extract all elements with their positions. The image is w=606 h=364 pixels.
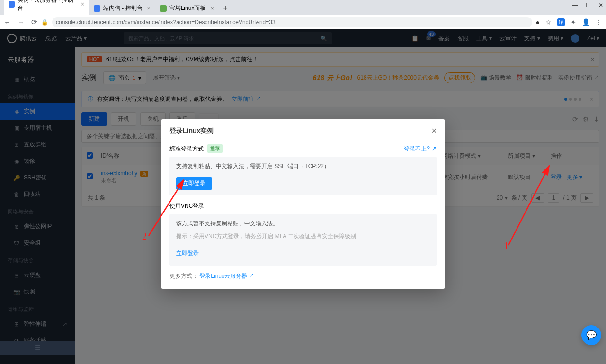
- menu-icon[interactable]: ⋮: [596, 18, 602, 26]
- more-methods-label: 更多方式：: [169, 273, 198, 279]
- std-login-title: 标准登录方式: [169, 145, 204, 153]
- modal-title: 登录Linux实例: [169, 127, 214, 135]
- annotation-label-1: 1: [504, 240, 508, 251]
- recommended-tag: 推荐: [207, 144, 223, 153]
- login-help-link[interactable]: 登录不上? ↗: [404, 145, 437, 153]
- back-icon[interactable]: ←: [4, 18, 11, 26]
- new-tab-button[interactable]: +: [218, 1, 232, 15]
- std-login-desc: 支持复制粘贴、中文输入法，需要开启 SSH 端口（TCP:22）: [176, 162, 430, 170]
- annotation-label-2: 2: [142, 231, 147, 242]
- extensions-icon[interactable]: ✦: [570, 18, 576, 26]
- profile-icon[interactable]: 👤: [582, 18, 590, 26]
- window-minimize-icon[interactable]: —: [572, 2, 578, 9]
- browser-tab-strip: 实例 - 云服务器 - 控制台 × 站内信 - 控制台 × 宝塔Linux面板 …: [0, 0, 606, 15]
- tab-title: 站内信 - 控制台: [103, 4, 143, 12]
- vnc-login-button[interactable]: 立即登录: [176, 247, 205, 260]
- browser-tab-2[interactable]: 站内信 - 控制台 ×: [89, 1, 155, 15]
- address-bar: ← → ⟳ 🔒 ● ☆ 译 ✦ 👤 ⋮: [0, 15, 606, 29]
- bt-favicon: [160, 5, 167, 12]
- translate-icon[interactable]: 译: [557, 18, 565, 26]
- login-linux-modal: 登录Linux实例 × 标准登录方式 推荐 登录不上? ↗ 支持复制粘贴、中文输…: [161, 119, 445, 289]
- close-icon[interactable]: ×: [147, 5, 151, 12]
- lock-icon[interactable]: 🔒: [41, 19, 48, 26]
- login-now-button[interactable]: 立即登录: [176, 177, 212, 190]
- star-icon[interactable]: ☆: [545, 18, 552, 26]
- vnc-login-desc: 该方式暂不支持复制粘贴、中文输入法。: [176, 220, 430, 228]
- tab-title: 实例 - 云服务器 - 控制台: [18, 0, 76, 12]
- vnc-login-tip: 提示：采用VNC方式登录，请务必开启 MFA 二次验证提高安全保障级别: [176, 232, 430, 240]
- cloud-favicon: [9, 1, 15, 8]
- url-input[interactable]: [52, 17, 532, 27]
- more-methods-link[interactable]: 登录Linux云服务器 ↗: [199, 273, 254, 279]
- close-icon[interactable]: ×: [210, 5, 214, 12]
- browser-tab-3[interactable]: 宝塔Linux面板 ×: [155, 1, 219, 15]
- reload-icon[interactable]: ⟳: [31, 18, 37, 27]
- forward-icon[interactable]: →: [18, 18, 25, 26]
- window-close-icon[interactable]: ✕: [598, 2, 603, 9]
- window-maximize-icon[interactable]: ☐: [586, 2, 591, 9]
- incognito-icon: ●: [536, 18, 540, 26]
- browser-tab-1[interactable]: 实例 - 云服务器 - 控制台 ×: [4, 0, 89, 15]
- cloud-favicon: [94, 5, 100, 12]
- close-icon[interactable]: ×: [431, 126, 437, 136]
- vnc-login-title: 使用VNC登录: [169, 202, 204, 210]
- sidebar-collapse-button[interactable]: ☰: [0, 341, 75, 355]
- close-icon[interactable]: ×: [81, 1, 84, 8]
- tab-title: 宝塔Linux面板: [169, 4, 206, 12]
- chat-bubble-button[interactable]: 💬: [581, 325, 601, 345]
